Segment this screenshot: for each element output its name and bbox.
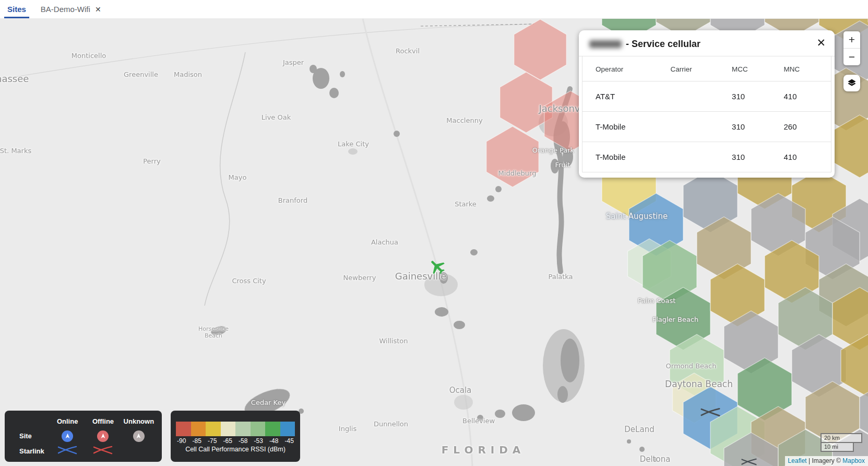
site-status-legend: Online Offline Unknown Site Starlink bbox=[5, 411, 162, 462]
starlink-online-icon bbox=[57, 446, 77, 457]
layers-button[interactable] bbox=[843, 75, 860, 91]
zoom-in-button[interactable]: + bbox=[843, 31, 860, 48]
rssi-color-scale bbox=[176, 422, 295, 436]
table-cell bbox=[670, 112, 732, 142]
rssi-color-swatch bbox=[221, 422, 236, 436]
site-unknown-icon bbox=[133, 430, 145, 442]
rssi-color-swatch bbox=[251, 422, 266, 436]
service-cellular-popup: - Service cellular ✕ OperatorCarrierMCCM… bbox=[579, 30, 835, 178]
app-window: hasseeMonticelloGreenvilleMadisonJasperR… bbox=[0, 0, 868, 466]
rssi-tick-label: -85 bbox=[189, 437, 205, 445]
popup-title-text: - Service cellular bbox=[626, 39, 700, 50]
coverage-hex-poor[interactable] bbox=[486, 126, 539, 187]
starlink-x-icon bbox=[93, 446, 113, 455]
column-header: Carrier bbox=[670, 56, 732, 81]
table-cell: 260 bbox=[784, 112, 831, 142]
column-header: MNC bbox=[784, 56, 831, 81]
mapbox-link[interactable]: Mapbox bbox=[842, 457, 865, 464]
rssi-color-swatch bbox=[280, 422, 295, 436]
tab-ba-demo-wifi[interactable]: BA-Demo-Wifi ✕ bbox=[33, 0, 109, 18]
starlink-marker[interactable] bbox=[700, 407, 720, 419]
rssi-color-swatch bbox=[265, 422, 280, 436]
rssi-legend: -90-85-75-65-58-53-48-45 Cell Call Perfo… bbox=[171, 411, 300, 462]
close-tab-icon[interactable]: ✕ bbox=[95, 6, 101, 13]
map-scale-control: 20 km 10 mi bbox=[821, 433, 862, 452]
redacted-site-name bbox=[589, 40, 622, 48]
rssi-tick-labels: -90-85-75-65-58-53-48-45 bbox=[174, 437, 297, 445]
legend-row-site-label: Site bbox=[10, 432, 32, 440]
rssi-tick-label: -58 bbox=[235, 437, 251, 445]
rssi-tick-label: -75 bbox=[205, 437, 220, 445]
table-cell: 410 bbox=[784, 81, 831, 112]
table-cell bbox=[670, 81, 732, 112]
cellular-table: OperatorCarrierMCCMNC AT&T310410T-Mobile… bbox=[582, 56, 831, 172]
rssi-color-swatch bbox=[206, 422, 221, 436]
layers-icon bbox=[846, 77, 858, 89]
navigation-arrow-icon bbox=[64, 433, 71, 439]
table-cell: 310 bbox=[732, 112, 783, 142]
tab-sites[interactable]: Sites bbox=[0, 0, 33, 18]
close-popup-icon[interactable]: ✕ bbox=[816, 37, 826, 48]
table-cell bbox=[670, 142, 732, 172]
legend-header-online: Online bbox=[57, 417, 78, 425]
site-online-icon bbox=[62, 430, 73, 442]
table-cell: 310 bbox=[732, 81, 783, 112]
navigation-arrow-icon bbox=[135, 433, 142, 439]
table-row[interactable]: AT&T310410 bbox=[582, 81, 831, 112]
table-row[interactable]: T-Mobile310260 bbox=[582, 112, 831, 142]
table-cell: 410 bbox=[784, 142, 831, 172]
rssi-color-swatch bbox=[191, 422, 206, 436]
tab-sites-label: Sites bbox=[7, 5, 26, 14]
table-header-row: OperatorCarrierMCCMNC bbox=[582, 56, 831, 81]
starlink-x-icon bbox=[57, 446, 77, 455]
tab-bar: Sites BA-Demo-Wifi ✕ bbox=[0, 0, 868, 19]
popup-title: - Service cellular bbox=[579, 30, 835, 56]
column-header: Operator bbox=[582, 56, 670, 81]
legend-header-unknown: Unknown bbox=[124, 417, 154, 425]
leaflet-link[interactable]: Leaflet bbox=[788, 457, 807, 464]
rssi-tick-label: -53 bbox=[251, 437, 267, 445]
site-offline-icon bbox=[97, 430, 109, 442]
rssi-color-swatch bbox=[235, 422, 251, 436]
table-cell: 310 bbox=[732, 142, 783, 172]
scale-mi: 10 mi bbox=[821, 442, 854, 452]
airplane-icon bbox=[424, 253, 451, 280]
rssi-tick-label: -65 bbox=[220, 437, 236, 445]
map-attribution: Leaflet | Imagery © Mapbox bbox=[785, 456, 868, 466]
rssi-caption: Cell Call Performance RSSI (dBm) bbox=[171, 446, 300, 453]
legend-row-starlink-label: Starlink bbox=[10, 447, 44, 455]
table-cell: T-Mobile bbox=[582, 112, 670, 142]
starlink-x-icon bbox=[741, 458, 757, 466]
table-row[interactable]: T-Mobile310410 bbox=[582, 142, 831, 172]
aircraft-marker[interactable] bbox=[428, 257, 447, 278]
zoom-out-button[interactable]: − bbox=[843, 48, 860, 65]
rssi-color-swatch bbox=[176, 422, 191, 436]
starlink-offline-icon bbox=[93, 446, 113, 457]
attribution-text: | Imagery © bbox=[807, 457, 843, 464]
rssi-tick-label: -48 bbox=[266, 437, 282, 445]
rssi-tick-label: -45 bbox=[282, 437, 298, 445]
coverage-hex-poor[interactable] bbox=[514, 19, 566, 80]
navigation-arrow-icon bbox=[100, 433, 106, 439]
starlink-marker[interactable] bbox=[741, 458, 757, 466]
column-header: MCC bbox=[732, 56, 783, 81]
coverage-hex[interactable] bbox=[841, 334, 868, 397]
tab-ba-demo-wifi-label: BA-Demo-Wifi bbox=[41, 5, 90, 14]
zoom-control: + − bbox=[843, 31, 860, 65]
legend-header-offline: Offline bbox=[92, 417, 114, 425]
table-cell: AT&T bbox=[582, 81, 670, 112]
rssi-tick-label: -90 bbox=[174, 437, 189, 445]
table-cell: T-Mobile bbox=[582, 142, 670, 172]
starlink-x-icon bbox=[700, 407, 720, 417]
